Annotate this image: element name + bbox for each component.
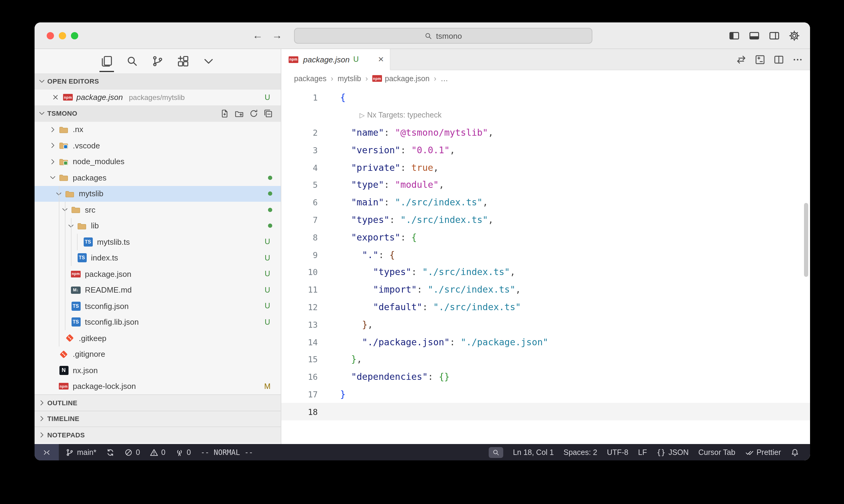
- tree-item-package-lock.json[interactable]: npmpackage-lock.jsonM: [35, 378, 281, 394]
- tree-item-README.md[interactable]: M↓README.mdU: [35, 282, 281, 298]
- breadcrumb-item[interactable]: packages: [294, 74, 327, 83]
- open-editor-path: packages/mytslib: [129, 93, 185, 102]
- breadcrumb-item[interactable]: …: [441, 74, 448, 83]
- tree-item-.nx[interactable]: .nx: [35, 122, 281, 138]
- folder-icon: [65, 189, 74, 199]
- braces-icon: {}: [657, 448, 666, 456]
- explorer-icon[interactable]: [100, 53, 114, 69]
- indentation[interactable]: Spaces: 2: [559, 444, 602, 461]
- tree-item-nx.json[interactable]: Nnx.json: [35, 362, 281, 378]
- breadcrumb-item[interactable]: npmpackage.json: [372, 74, 430, 83]
- tree-item-packages[interactable]: packages: [35, 169, 281, 186]
- warnings[interactable]: 0: [145, 444, 170, 461]
- open-editors-header[interactable]: OPEN EDITORS: [35, 73, 281, 89]
- line-number: 5: [281, 180, 318, 190]
- eol-label: LF: [638, 448, 647, 456]
- encoding[interactable]: UTF-8: [602, 444, 633, 461]
- nx-icon: N: [59, 366, 68, 375]
- desktop: ← → tsmono OPEN EDITORS npmpackage.jsonp…: [0, 0, 844, 504]
- cursor-tab[interactable]: Cursor Tab: [694, 444, 740, 461]
- vim-mode[interactable]: -- NORMAL --: [196, 444, 258, 461]
- collapse-folders-icon[interactable]: [263, 108, 273, 119]
- tree-item-label: .nx: [73, 125, 83, 134]
- section-notepads[interactable]: NOTEPADS: [35, 427, 281, 443]
- split-editor-icon[interactable]: [774, 55, 784, 65]
- more-actions-icon[interactable]: [792, 55, 803, 65]
- tree-item-.gitkeep[interactable]: .gitkeep: [35, 330, 281, 346]
- tree-item-node_modules[interactable]: node_modules: [35, 154, 281, 169]
- close-tab-icon[interactable]: ×: [378, 55, 384, 64]
- section-timeline[interactable]: TIMELINE: [35, 410, 281, 427]
- ports[interactable]: 0: [170, 444, 196, 461]
- tab-bar: npm package.json U ×: [281, 49, 810, 70]
- formatter[interactable]: Prettier: [740, 444, 786, 461]
- encoding-label: UTF-8: [607, 448, 628, 456]
- search-icon[interactable]: [125, 53, 139, 69]
- extensions-icon[interactable]: [176, 53, 190, 69]
- editor-actions: [736, 49, 803, 70]
- remote-indicator[interactable]: [35, 444, 59, 461]
- git-branch[interactable]: main*: [61, 444, 101, 461]
- back-button[interactable]: ←: [251, 29, 265, 43]
- code-line-5: 5 "type": "module",: [281, 176, 810, 194]
- code-editor[interactable]: 1{▷Nx Targets: typecheck2 "name": "@tsmo…: [281, 87, 810, 444]
- language-mode[interactable]: {}JSON: [652, 444, 694, 461]
- forward-button[interactable]: →: [270, 29, 285, 43]
- zoom-window-button[interactable]: [71, 32, 78, 39]
- sidebar-sections: OUTLINETIMELINENOTEPADS: [35, 394, 281, 443]
- scrollbar-thumb[interactable]: [804, 203, 808, 277]
- tree-item-package.json[interactable]: npmpackage.jsonU: [35, 266, 281, 282]
- breadcrumb-separator: ›: [365, 74, 368, 83]
- open-editor-item[interactable]: npmpackage.jsonpackages/mytslibU: [35, 89, 281, 105]
- tree-item-.gitignore[interactable]: .gitignore: [35, 346, 281, 362]
- code-line-14: 14 "./package.json": "./package.json": [281, 333, 810, 351]
- eol[interactable]: LF: [633, 444, 652, 461]
- new-folder-icon[interactable]: [234, 108, 244, 119]
- indent-guide: [65, 202, 66, 330]
- git-status-badge: U: [262, 302, 272, 310]
- toggle-secondary-sidebar-icon[interactable]: [767, 28, 782, 43]
- settings-gear-icon[interactable]: [787, 28, 802, 43]
- tree-item-mytslib[interactable]: mytslib: [35, 186, 281, 202]
- minimize-window-button[interactable]: [59, 32, 66, 39]
- workbench: OPEN EDITORS npmpackage.jsonpackages/myt…: [35, 49, 810, 444]
- cursor-position[interactable]: Ln 18, Col 1: [508, 444, 559, 461]
- errors[interactable]: 0: [119, 444, 145, 461]
- zoom-indicator[interactable]: [484, 444, 508, 461]
- section-outline[interactable]: OUTLINE: [35, 394, 281, 410]
- code-line-13: 13 },: [281, 316, 810, 334]
- codelens-nx-targets[interactable]: ▷Nx Targets: typecheck: [281, 107, 810, 124]
- refresh-explorer-icon[interactable]: [248, 108, 259, 119]
- tree-item-tsconfig.json[interactable]: TStsconfig.jsonU: [35, 298, 281, 314]
- toggle-primary-sidebar-icon[interactable]: [726, 28, 742, 43]
- section-label: NOTEPADS: [47, 431, 85, 438]
- tree-item-.vscode[interactable]: .vscode: [35, 138, 281, 154]
- new-file-icon[interactable]: [220, 108, 230, 119]
- compare-changes-icon[interactable]: [736, 55, 746, 65]
- close-editor-icon[interactable]: [52, 94, 59, 102]
- breadcrumb-separator: ›: [434, 74, 436, 83]
- line-number: 17: [281, 390, 318, 399]
- notifications[interactable]: [786, 444, 804, 461]
- tab-package-json[interactable]: npm package.json U ×: [281, 49, 391, 70]
- sync-changes[interactable]: [101, 444, 119, 461]
- command-search-input[interactable]: tsmono: [294, 28, 592, 43]
- indent-guide: [71, 218, 71, 266]
- activity-bar: [35, 49, 281, 73]
- more-views-icon[interactable]: [202, 53, 215, 69]
- chevron-right-icon: [38, 431, 46, 438]
- bell-icon: [791, 448, 799, 456]
- breadcrumb-item[interactable]: mytslib: [338, 74, 361, 83]
- tree-item-src[interactable]: src: [35, 202, 281, 218]
- workspace-header[interactable]: TSMONO: [35, 105, 281, 122]
- tree-item-label: mytslib: [79, 189, 103, 198]
- code-line-10: 10 "types": "./src/index.ts",: [281, 264, 810, 281]
- close-window-button[interactable]: [47, 32, 54, 39]
- tree-item-label: lib: [91, 221, 99, 231]
- code-line-8: 8 "exports": {: [281, 229, 810, 246]
- source-control-icon[interactable]: [151, 53, 164, 69]
- cursor-tab-label: Cursor Tab: [699, 448, 736, 456]
- open-changes-icon[interactable]: [755, 55, 765, 65]
- toggle-panel-icon[interactable]: [746, 28, 762, 43]
- tree-item-tsconfig.lib.json[interactable]: TStsconfig.lib.jsonU: [35, 314, 281, 330]
